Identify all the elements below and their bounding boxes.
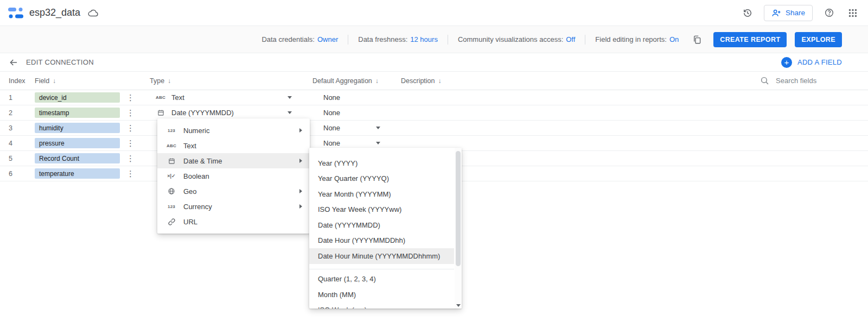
- more-options-icon[interactable]: ⋮: [126, 123, 133, 133]
- type-menu-item[interactable]: 123Currency: [157, 199, 310, 214]
- person-add-icon: [771, 8, 781, 18]
- date-format-option[interactable]: Year (YYYY): [309, 155, 454, 171]
- aggregation-cell: None: [312, 93, 401, 102]
- apps-grid-icon[interactable]: [845, 5, 860, 21]
- row-index: 1: [0, 94, 35, 102]
- text-icon: ABC: [154, 95, 167, 100]
- type-menu-item[interactable]: ABCText: [157, 138, 310, 153]
- menu-item-label: Currency: [183, 203, 212, 211]
- field-name-chip[interactable]: timestamp: [35, 108, 120, 118]
- data-credentials: Data credentials: Owner: [261, 35, 338, 43]
- col-header-aggregation[interactable]: Default Aggregation ↓: [312, 77, 401, 85]
- field-name-chip[interactable]: pressure: [35, 138, 120, 148]
- type-menu-item[interactable]: Geo: [157, 184, 310, 199]
- status-value-link[interactable]: Owner: [317, 35, 338, 43]
- aggregation-cell: None: [312, 109, 401, 117]
- col-header-description[interactable]: Description ↓: [401, 77, 760, 85]
- url-icon: [165, 218, 178, 226]
- more-options-icon[interactable]: ⋮: [126, 93, 133, 103]
- dropdown-caret-icon: [376, 142, 380, 144]
- col-label: Default Aggregation: [312, 77, 372, 85]
- search-fields-input[interactable]: [776, 77, 846, 85]
- date-format-option[interactable]: Date Hour Minute (YYYYMMDDhhmm): [309, 248, 454, 264]
- datasource-title[interactable]: esp32_data: [29, 7, 80, 18]
- field-type-dropdown[interactable]: Date (YYYYMMDD): [150, 109, 295, 117]
- date-format-option[interactable]: Year Month (YYYYMM): [309, 186, 454, 202]
- topbar-actions: Share: [740, 5, 860, 21]
- col-label: Description: [401, 77, 435, 85]
- type-cell: Date (YYYYMMDD): [150, 109, 312, 117]
- aggregation-label: None: [323, 139, 340, 147]
- row-index: 3: [0, 124, 35, 132]
- field-name-chip[interactable]: Record Count: [35, 153, 120, 163]
- more-options-icon[interactable]: ⋮: [126, 154, 133, 163]
- table-row: 2timestamp⋮Date (YYYYMMDD)None: [0, 105, 868, 121]
- field-name-chip[interactable]: device_id: [35, 92, 120, 103]
- field-type-label: Text: [171, 93, 184, 102]
- date-format-option[interactable]: Quarter (1, 2, 3, 4): [309, 272, 454, 287]
- aggregation-dropdown[interactable]: None: [323, 139, 401, 147]
- sort-down-icon: ↓: [53, 77, 56, 85]
- field-editing-in-reports: Field editing in reports: On: [595, 35, 679, 43]
- menu-separator: [309, 269, 454, 269]
- menu-item-label: Boolean: [183, 172, 209, 180]
- version-history-icon[interactable]: [740, 5, 755, 21]
- dropdown-caret-icon: [376, 127, 380, 129]
- duplicate-icon[interactable]: [690, 32, 705, 47]
- explore-button[interactable]: EXPLORE: [795, 32, 842, 47]
- date-format-option[interactable]: ISO Week (ww): [309, 303, 454, 309]
- add-a-field-button[interactable]: + ADD A FIELD: [781, 57, 842, 68]
- boolean-icon: ×|✓: [165, 173, 178, 179]
- col-header-field[interactable]: Field ↓: [35, 77, 150, 85]
- status-value-link[interactable]: On: [669, 35, 679, 43]
- create-report-button[interactable]: CREATE REPORT: [713, 32, 787, 47]
- status-value-link[interactable]: Off: [566, 35, 575, 43]
- edit-connection-button[interactable]: EDIT CONNECTION: [26, 58, 94, 66]
- date-format-option[interactable]: Month (MM): [309, 287, 454, 303]
- aggregation-dropdown[interactable]: None: [323, 124, 401, 132]
- scroll-down-arrow-icon[interactable]: [456, 304, 461, 307]
- type-menu-item[interactable]: Date & Time: [157, 153, 310, 168]
- share-label: Share: [786, 9, 805, 17]
- dropdown-caret-icon: [288, 111, 292, 114]
- dropdown-caret-icon: [288, 96, 292, 99]
- date-format-option[interactable]: Date (YYYYMMDD): [309, 217, 454, 233]
- date-format-option[interactable]: ISO Year Week (YYYYww): [309, 202, 454, 218]
- field-type-dropdown[interactable]: ABCText: [150, 93, 295, 102]
- looker-studio-logo[interactable]: [8, 6, 24, 20]
- field-type-menu: 123NumericABCTextDate & Time×|✓BooleanGe…: [157, 118, 310, 234]
- help-icon[interactable]: [821, 5, 837, 21]
- type-menu-item[interactable]: ×|✓Boolean: [157, 168, 310, 184]
- field-cell: Record Count⋮: [35, 153, 150, 163]
- data-freshness: Data freshness: 12 hours: [358, 35, 438, 43]
- row-index: 5: [0, 155, 35, 162]
- row-index: 2: [0, 109, 35, 117]
- type-menu-item[interactable]: URL: [157, 214, 310, 229]
- status-label: Field editing in reports:: [595, 35, 667, 43]
- aggregation-dropdown: None: [323, 109, 401, 117]
- table-row: 3humidity⋮None: [0, 121, 868, 136]
- more-options-icon[interactable]: ⋮: [126, 108, 133, 118]
- date-format-option[interactable]: Date Hour (YYYYMMDDhh): [309, 233, 454, 249]
- aggregation-label: None: [323, 109, 340, 117]
- more-options-icon[interactable]: ⋮: [126, 139, 133, 148]
- type-menu-item[interactable]: 123Numeric: [157, 123, 310, 138]
- col-header-index: Index: [0, 77, 35, 85]
- scrollbar-thumb[interactable]: [456, 151, 461, 266]
- col-label: Field: [35, 77, 49, 85]
- field-cell: timestamp⋮: [35, 108, 150, 118]
- back-arrow-icon[interactable]: [9, 58, 18, 67]
- status-value-link[interactable]: 12 hours: [410, 35, 438, 43]
- date-format-option[interactable]: Year Quarter (YYYYQ): [309, 171, 454, 187]
- col-header-type[interactable]: Type ↓: [150, 77, 312, 85]
- field-name-chip[interactable]: temperature: [35, 168, 120, 179]
- field-name-chip[interactable]: humidity: [35, 123, 120, 133]
- divider: [348, 35, 348, 45]
- aggregation-label: None: [323, 93, 340, 102]
- submenu-scrollbar: [455, 148, 462, 309]
- table-row: 1device_id⋮ABCTextNone: [0, 90, 868, 105]
- share-button[interactable]: Share: [764, 5, 813, 21]
- more-options-icon[interactable]: ⋮: [126, 169, 133, 179]
- sort-down-icon: ↓: [438, 77, 442, 85]
- cloud-icon: [88, 9, 99, 17]
